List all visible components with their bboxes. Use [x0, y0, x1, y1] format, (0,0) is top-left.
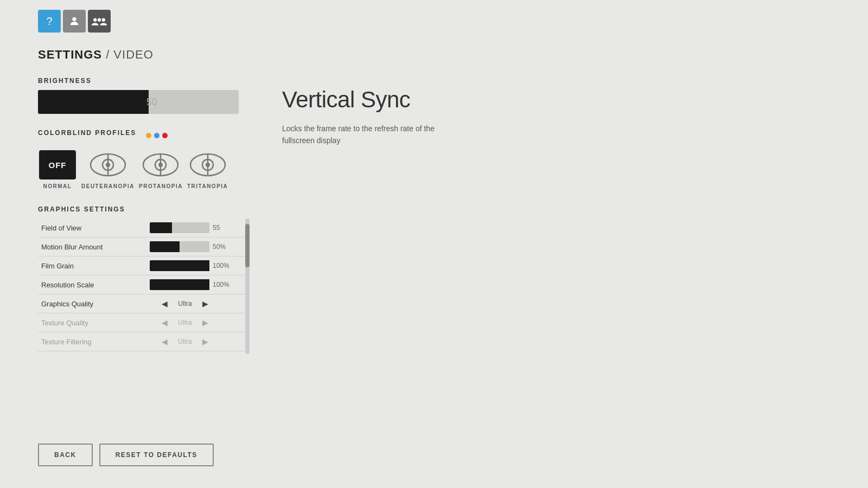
- normal-label: NORMAL: [43, 183, 72, 189]
- vsync-title: Vertical Sync: [282, 87, 635, 113]
- video-label: / VIDEO: [102, 48, 154, 61]
- eye-off-icon: OFF: [38, 149, 77, 181]
- protanopia-label: PROTANOPIA: [139, 183, 183, 189]
- dot-red: [162, 133, 168, 138]
- slider-resolution-scale[interactable]: [150, 279, 209, 290]
- eye-protanopia-icon: [141, 149, 180, 181]
- control-resolution-scale[interactable]: 100%: [146, 275, 250, 294]
- vsync-description: Locks the frame rate to the refresh rate…: [282, 123, 499, 147]
- label-film-grain: Film Grain: [38, 256, 146, 275]
- row-resolution-scale: Resolution Scale 100%: [38, 275, 250, 294]
- off-label: OFF: [39, 150, 76, 179]
- arrow-right-texture-quality[interactable]: ▶: [200, 317, 210, 328]
- tritanopia-label: TRITANOPIA: [187, 183, 228, 189]
- graphics-section: GRAPHICS SETTINGS Field of View 55: [38, 206, 250, 354]
- control-field-of-view[interactable]: 55: [146, 219, 250, 237]
- label-texture-quality: Texture Quality: [38, 313, 146, 332]
- row-lighting-quality: Lighting Quality ◀ Ultra ▶: [38, 351, 250, 355]
- slider-fill-film-grain: [150, 260, 209, 271]
- bottom-bar: BACK RESET TO DEFAULTS: [38, 444, 214, 466]
- row-field-of-view: Field of View 55: [38, 219, 250, 237]
- val-field-of-view: 55: [213, 224, 232, 232]
- slider-fill-fov: [150, 222, 172, 233]
- person-icon[interactable]: [63, 10, 86, 33]
- control-graphics-quality[interactable]: ◀ Ultra ▶: [146, 294, 250, 313]
- colorblind-option-deuteranopia[interactable]: DEUTERANOPIA: [81, 149, 135, 189]
- slider-motion-blur[interactable]: [150, 241, 209, 252]
- scrollbar-track[interactable]: [245, 219, 250, 354]
- graphics-label: GRAPHICS SETTINGS: [38, 206, 250, 213]
- svg-point-0: [72, 17, 76, 21]
- slider-film-grain[interactable]: [150, 260, 209, 271]
- row-film-grain: Film Grain 100%: [38, 256, 250, 275]
- right-panel: Vertical Sync Locks the frame rate to th…: [282, 87, 635, 147]
- eye-deuteranopia-icon: [88, 149, 127, 181]
- brightness-label: BRIGHTNESS: [38, 77, 868, 85]
- label-resolution-scale: Resolution Scale: [38, 275, 146, 294]
- row-texture-quality: Texture Quality ◀ Ultra ▶: [38, 313, 250, 332]
- control-lighting-quality[interactable]: ◀ Ultra ▶: [146, 351, 250, 355]
- arrow-right-texture-filter[interactable]: ▶: [200, 336, 210, 347]
- label-field-of-view: Field of View: [38, 219, 146, 237]
- svg-point-2: [98, 18, 101, 22]
- val-film-grain: 100%: [213, 262, 232, 269]
- question-icon[interactable]: ?: [38, 10, 61, 33]
- slider-field-of-view[interactable]: [150, 222, 209, 233]
- settings-label: SETTINGS: [38, 48, 102, 61]
- arrow-left-texture-quality[interactable]: ◀: [159, 317, 170, 328]
- brightness-value: 50: [146, 97, 157, 108]
- val-resolution-scale: 100%: [213, 281, 232, 288]
- svg-point-1: [93, 18, 97, 22]
- settings-table-wrapper[interactable]: Field of View 55 Motion Blur A: [38, 219, 250, 354]
- eye-tritanopia-icon: [188, 149, 227, 181]
- dot-blue: [154, 133, 159, 138]
- svg-point-3: [102, 18, 105, 22]
- colorblind-options: OFF NORMAL DEUTERANOPIA: [38, 149, 868, 189]
- page-title: SETTINGS / VIDEO: [38, 48, 868, 62]
- arrow-left-texture-filter[interactable]: ◀: [159, 336, 170, 347]
- reset-button[interactable]: RESET TO DEFAULTS: [99, 444, 214, 466]
- main-content: SETTINGS / VIDEO BRIGHTNESS 50 COLORBLIN…: [0, 33, 868, 354]
- val-texture-quality: Ultra: [174, 319, 196, 326]
- label-motion-blur: Motion Blur Amount: [38, 237, 146, 256]
- brightness-fill: [38, 90, 149, 114]
- slider-fill-resolution: [150, 279, 209, 290]
- control-texture-quality[interactable]: ◀ Ultra ▶: [146, 313, 250, 332]
- scrollbar-thumb[interactable]: [245, 224, 250, 267]
- colorblind-dots: [146, 133, 168, 138]
- val-graphics-quality: Ultra: [174, 300, 196, 307]
- val-texture-filtering: Ultra: [174, 338, 196, 345]
- colorblind-option-protanopia[interactable]: PROTANOPIA: [139, 149, 183, 189]
- colorblind-label: COLORBLIND PROFILES: [38, 129, 136, 137]
- brightness-slider[interactable]: 50: [38, 90, 239, 114]
- row-graphics-quality: Graphics Quality ◀ Ultra ▶: [38, 294, 250, 313]
- label-texture-filtering: Texture Filtering: [38, 332, 146, 351]
- top-bar: ?: [0, 0, 868, 33]
- deuteranopia-label: DEUTERANOPIA: [81, 183, 135, 189]
- arrow-left-graphics[interactable]: ◀: [159, 298, 170, 309]
- control-motion-blur[interactable]: 50%: [146, 237, 250, 256]
- back-button[interactable]: BACK: [38, 444, 93, 466]
- control-film-grain[interactable]: 100%: [146, 256, 250, 275]
- row-texture-filtering: Texture Filtering ◀ Ultra ▶: [38, 332, 250, 351]
- colorblind-option-normal[interactable]: OFF NORMAL: [38, 149, 77, 189]
- arrow-right-graphics[interactable]: ▶: [200, 298, 210, 309]
- label-lighting-quality: Lighting Quality: [38, 351, 146, 355]
- val-motion-blur: 50%: [213, 243, 232, 251]
- colorblind-option-tritanopia[interactable]: TRITANOPIA: [187, 149, 228, 189]
- group-icon[interactable]: [88, 10, 111, 33]
- slider-fill-motion-blur: [150, 241, 180, 252]
- label-graphics-quality: Graphics Quality: [38, 294, 146, 313]
- row-motion-blur: Motion Blur Amount 50%: [38, 237, 250, 256]
- dot-yellow: [146, 133, 151, 138]
- settings-table: Field of View 55 Motion Blur A: [38, 219, 250, 354]
- control-texture-filtering[interactable]: ◀ Ultra ▶: [146, 332, 250, 351]
